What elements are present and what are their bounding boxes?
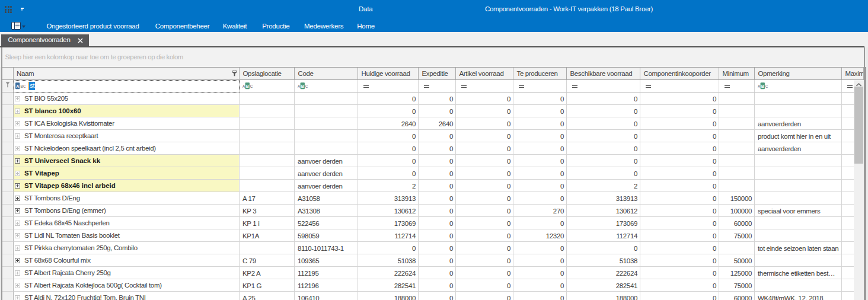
svg-text:A: A (16, 84, 19, 88)
svg-text:BC: BC (20, 84, 25, 88)
svg-text:C: C (305, 84, 308, 88)
svg-text:C: C (250, 84, 253, 88)
svg-text:B: B (301, 84, 304, 88)
svg-text:A: A (758, 84, 761, 88)
svg-text:A: A (242, 84, 245, 88)
svg-text:B: B (246, 84, 249, 88)
svg-text:C: C (765, 84, 768, 88)
svg-text:A: A (298, 84, 301, 88)
svg-text:B: B (761, 84, 764, 88)
